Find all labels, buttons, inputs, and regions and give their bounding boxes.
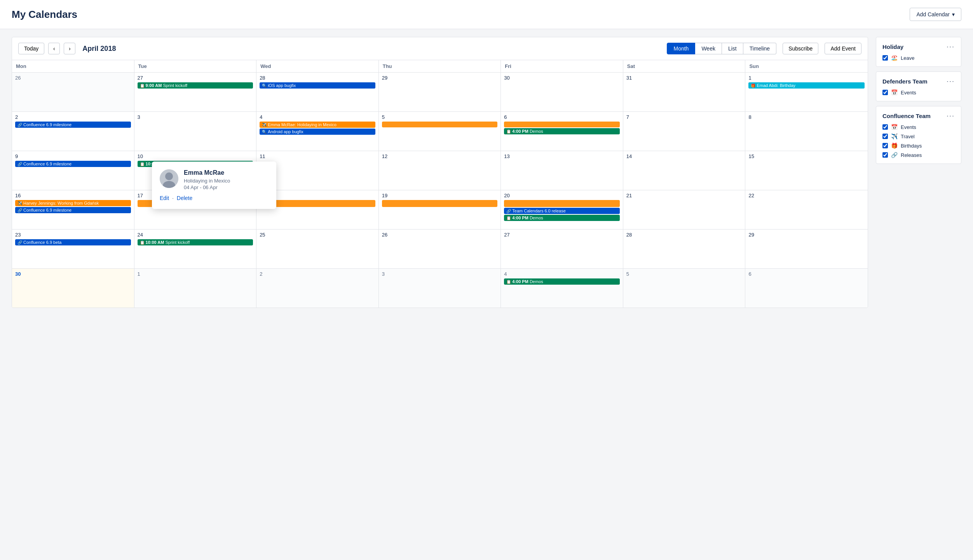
sidebar-checkbox-defenders-events[interactable] (882, 90, 888, 95)
calendar-day[interactable]: 4 📋 4:00 PM Demos (501, 269, 623, 308)
sidebar-checkbox-travel[interactable] (882, 134, 888, 139)
event-android-bugfix[interactable]: 🔍 Android app bugfix (260, 129, 375, 135)
day-number: 28 (626, 232, 742, 238)
event-confluence-milestone-3[interactable]: 🔗 Confluence 6.9 milestone (15, 161, 131, 167)
event-harvey-working[interactable]: ✈️ Harvey Jennings: Working from Gdańsk (15, 200, 131, 206)
next-button[interactable]: › (64, 43, 75, 54)
event-emma-holiday-cont[interactable] (382, 122, 498, 127)
calendar-day[interactable]: 5 (623, 269, 746, 308)
calendar-day-today[interactable]: 30 (12, 269, 134, 308)
calendar-day[interactable]: 13 (501, 151, 623, 190)
event-harvey-cont2[interactable] (260, 200, 375, 207)
calendar-day[interactable]: 1 🎁 Emad Abdi: Birthday (745, 73, 868, 111)
day-number: 27 (504, 232, 620, 238)
day-number: 30 (15, 271, 131, 277)
calendar-day[interactable]: 2 (256, 269, 379, 308)
event-confluence-milestone-4[interactable]: 🔗 Confluence 6.9 milestone (15, 207, 131, 213)
tab-timeline[interactable]: Timeline (743, 43, 776, 54)
calendar-day[interactable]: 12 (379, 151, 501, 190)
calendar-day[interactable]: 29 (379, 73, 501, 111)
calendar-day[interactable]: 9 🔗 Confluence 6.9 milestone (12, 151, 134, 190)
day-number: 30 (504, 75, 620, 81)
event-emma-holiday[interactable]: ✈️ Emma McRae: Holidaying in Mexico (260, 122, 375, 128)
sidebar-confluence-section: Confluence Team ··· 📅 Events ✈️ Travel 🎁… (876, 106, 961, 164)
day-number: 25 (260, 232, 375, 238)
event-calendar-icon: 📋 (140, 83, 145, 88)
events-icon: 📅 (891, 89, 898, 96)
popup-edit-link[interactable]: Edit (160, 195, 169, 201)
popup-delete-link[interactable]: Delete (177, 195, 192, 201)
event-demos-1[interactable]: 📋 4:00 PM Demos (504, 128, 620, 134)
prev-button[interactable]: ‹ (48, 43, 60, 54)
calendar-day[interactable]: 27 (501, 230, 623, 268)
event-ios-bugfix[interactable]: 🔍 iOS app bugfix (260, 82, 375, 89)
sidebar-more-menu-confluence[interactable]: ··· (947, 112, 955, 120)
add-calendar-button[interactable]: Add Calendar ▾ (910, 8, 961, 21)
sidebar-checkbox-birthdays[interactable] (882, 143, 888, 148)
calendar-day[interactable]: 25 (256, 230, 379, 268)
event-confluence-milestone-2[interactable]: 🔗 Confluence 6.9 milestone (15, 122, 131, 128)
event-demos-2[interactable]: 📋 4:00 PM Demos (504, 215, 620, 221)
calendar-day[interactable]: 7 (623, 112, 746, 151)
calendar-day[interactable]: 24 📋 10:00 AM Sprint kickoff (134, 230, 257, 268)
calendar-day[interactable]: 21 (623, 190, 746, 229)
event-emad-birthday[interactable]: 🎁 Emad Abdi: Birthday (748, 82, 865, 89)
calendar-day[interactable]: 28 (623, 230, 746, 268)
calendar-day[interactable]: 3 (134, 112, 257, 151)
calendar-day[interactable]: 6 📋 4:00 PM Demos (501, 112, 623, 151)
sidebar-holiday-title: Holiday (882, 43, 903, 50)
calendar-day[interactable]: 15 (745, 151, 868, 190)
event-confluence-beta[interactable]: 🔗 Confluence 6.9 beta (15, 239, 131, 245)
calendar-day[interactable]: 14 (623, 151, 746, 190)
tab-week[interactable]: Week (695, 43, 722, 54)
calendar-day[interactable]: 6 (745, 269, 868, 308)
calendar-day[interactable]: 20 🔗 Team Calendars 6.0 release 📋 4:00 P… (501, 190, 623, 229)
sidebar-more-menu[interactable]: ··· (947, 43, 955, 51)
calendar-day[interactable]: 5 (379, 112, 501, 151)
event-popup: Emma McRae Holidaying in Mexico 04 Apr -… (152, 162, 276, 209)
avatar (160, 169, 178, 188)
sidebar-more-menu-defenders[interactable]: ··· (947, 77, 955, 85)
calendar-day[interactable]: 22 (745, 190, 868, 229)
calendar-day[interactable]: 30 (501, 73, 623, 111)
event-harvey-cont4[interactable] (504, 200, 620, 207)
sidebar-checkbox-confluence-events[interactable] (882, 124, 888, 130)
calendar-day[interactable]: 28 🔍 iOS app bugfix (256, 73, 379, 111)
day-number: 4 (504, 271, 620, 277)
tab-month[interactable]: Month (667, 43, 695, 54)
calendar-day[interactable]: 1 (134, 269, 257, 308)
event-harvey-cont3[interactable] (382, 200, 498, 207)
popup-event-dates: 04 Apr - 06 Apr (184, 184, 269, 190)
event-sprint-kickoff-1[interactable]: 📋 9:00 AM Sprint kickoff (138, 82, 253, 89)
calendar-day[interactable]: 2 🔗 Confluence 6.9 milestone (12, 112, 134, 151)
calendar-day[interactable]: 8 (745, 112, 868, 151)
event-team-calendars-release[interactable]: 🔗 Team Calendars 6.0 release (504, 208, 620, 214)
subscribe-button[interactable]: Subscribe (783, 43, 818, 54)
day-header-wed: Wed (256, 60, 379, 72)
day-number: 8 (748, 114, 865, 120)
calendar-day[interactable]: 16 ✈️ Harvey Jennings: Working from Gdań… (12, 190, 134, 229)
calendar-day[interactable]: 27 📋 9:00 AM Sprint kickoff (134, 73, 257, 111)
calendar-day[interactable]: 26 (379, 230, 501, 268)
confluence-events-icon: 📅 (891, 124, 898, 130)
calendar-day[interactable]: 3 (379, 269, 501, 308)
sidebar-checkbox-releases[interactable] (882, 152, 888, 158)
page-title: My Calendars (12, 9, 77, 21)
calendar-day[interactable]: 4 ✈️ Emma McRae: Holidaying in Mexico 🔍 … (256, 112, 379, 151)
sidebar-defenders-section: Defenders Team ··· 📅 Events (876, 71, 961, 101)
calendar-day[interactable]: 26 (12, 73, 134, 111)
calendar-day[interactable]: 29 (745, 230, 868, 268)
sidebar-section-header-defenders: Defenders Team ··· (882, 77, 955, 85)
today-button[interactable]: Today (18, 43, 44, 54)
calendar-day[interactable]: 19 (379, 190, 501, 229)
event-emma-holiday-end[interactable] (504, 122, 620, 127)
event-sprint-kickoff-3[interactable]: 📋 10:00 AM Sprint kickoff (138, 239, 253, 245)
calendar-day[interactable]: 23 🔗 Confluence 6.9 beta (12, 230, 134, 268)
tab-list[interactable]: List (722, 43, 743, 54)
calendar-day[interactable]: 31 (623, 73, 746, 111)
add-event-button[interactable]: Add Event (825, 43, 861, 54)
event-demos-3[interactable]: 📋 4:00 PM Demos (504, 278, 620, 285)
day-number: 26 (15, 75, 131, 81)
sidebar-checkbox-leave[interactable] (882, 55, 888, 61)
event-link-icon: 🔗 (17, 123, 22, 127)
